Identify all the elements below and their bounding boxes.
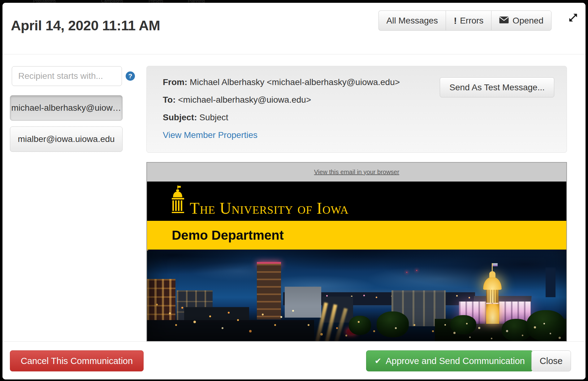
bg-nav-item: Populations [33,0,56,3]
approve-send-button[interactable]: ✔ Approve and Send Communication [366,350,533,371]
send-test-message-button[interactable]: Send As Test Message... [440,77,554,97]
all-messages-label: All Messages [387,16,438,26]
recipient-item-michael-alberhasky[interactable]: michael-alberhasky@uiow… [10,95,123,121]
opened-button[interactable]: Opened [491,11,551,31]
all-messages-button[interactable]: All Messages [378,11,446,31]
background-navbar: Populations Campaigns Presets Planning [0,0,588,3]
from-value: Michael Alberhasky <michael-alberhasky@u… [190,77,400,87]
help-icon[interactable]: ? [126,71,135,81]
recipient-item-mialber[interactable]: mialber@iowa.uiowa.edu [10,126,123,152]
to-label: To: [163,95,175,105]
recipient-search-input[interactable] [12,66,122,86]
view-in-browser-link[interactable]: View this email in your browser [314,169,399,176]
to-value: <michael-alberhasky@uiowa.edu> [178,95,311,105]
opened-label: Opened [512,16,543,26]
browser-bar: View this email in your browser [147,163,566,182]
checkmark-icon: ✔ [374,356,381,366]
department-banner: Demo Department [147,221,566,250]
errors-label: Errors [460,16,483,26]
close-button[interactable]: Close [531,350,571,371]
communication-date-title: April 14, 2020 11:11 AM [11,18,160,34]
subject-label: Subject: [163,113,197,122]
envelope-icon [499,16,509,26]
campus-photo [147,250,566,341]
subject-value: Subject [199,113,228,122]
email-preview: View this email in your browser [146,162,567,342]
university-logo-banner: The University of Iowa [147,182,566,221]
cancel-communication-button[interactable]: Cancel This Communication [10,350,144,371]
message-header-panel: From: Michael Alberhasky <michael-alberh… [146,66,567,153]
expand-icon[interactable] [568,12,579,23]
approve-send-label: Approve and Send Communication [386,356,525,366]
bg-nav-item: Presets [149,0,163,3]
university-logo-text: The University of Iowa [190,200,349,216]
photo-vignette [147,250,566,341]
old-capitol-dome-icon [171,186,185,216]
modal-header: April 14, 2020 11:11 AM All Messages ! E… [2,3,586,54]
modal-footer: Cancel This Communication ✔ Approve and … [2,341,586,379]
department-name: Demo Department [172,228,284,243]
bg-nav-item: Campaigns [101,0,123,3]
subject-row: Subject: Subject [163,113,554,122]
exclamation-icon: ! [454,15,457,26]
message-filter-group: All Messages ! Errors Opened [378,11,551,31]
bg-nav-item: Planning [188,0,205,3]
view-member-properties-link[interactable]: View Member Properties [163,130,257,140]
from-label: From: [163,77,187,87]
errors-button[interactable]: ! Errors [446,11,491,31]
communication-modal: April 14, 2020 11:11 AM All Messages ! E… [2,3,586,379]
